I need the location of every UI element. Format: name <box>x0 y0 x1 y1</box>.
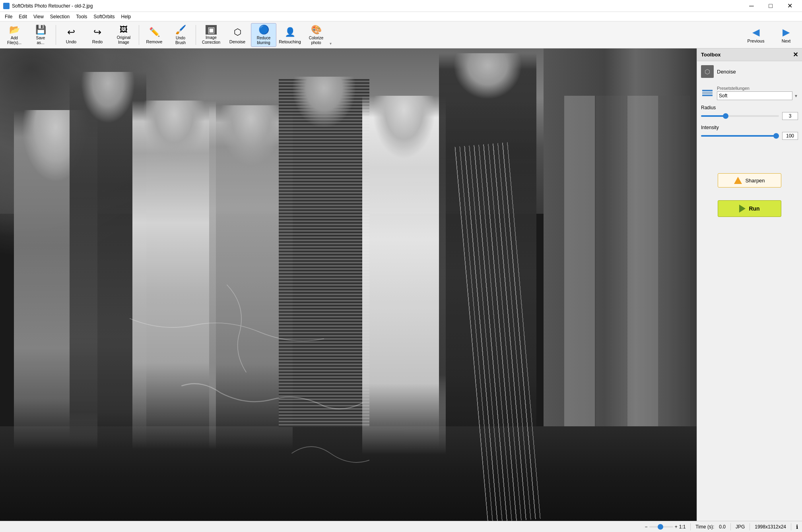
toolbar-sep-2 <box>139 25 139 45</box>
menu-softorbits[interactable]: SoftOrbits <box>90 13 118 20</box>
photo-container <box>0 48 697 521</box>
nav-buttons: ◀ Previous ▶ Next <box>742 23 800 47</box>
menu-tools[interactable]: Tools <box>73 13 90 20</box>
menu-selection[interactable]: Selection <box>47 13 73 20</box>
zoom-plus-btn[interactable]: + <box>675 524 678 530</box>
maximize-button[interactable]: □ <box>761 0 780 12</box>
intensity-slider[interactable] <box>701 135 779 137</box>
toolbox-panel: Toolbox ✕ ⬡ Denoise Presetstellungen <box>697 48 802 521</box>
tool-undo-brush[interactable]: 🖌️ UndoBrush <box>168 23 193 47</box>
intensity-slider-row: Intensity <box>701 125 798 140</box>
minimize-button[interactable]: ─ <box>742 0 761 12</box>
presets-title: Presetstellungen <box>717 86 798 91</box>
toolbar-sep-3 <box>196 25 196 45</box>
tool-add-files[interactable]: 📂 AddFile(s)... <box>2 23 27 47</box>
next-label: Next <box>782 39 791 43</box>
radius-slider[interactable] <box>701 115 779 117</box>
previous-button[interactable]: ◀ Previous <box>742 23 770 47</box>
intensity-value-input[interactable] <box>782 132 798 140</box>
add-files-icon: 📂 <box>8 25 21 35</box>
tool-image-correction-label: ImageCorrection <box>202 35 220 45</box>
undo-brush-icon: 🖌️ <box>174 25 187 35</box>
tool-add-files-label: AddFile(s)... <box>7 36 21 45</box>
colorize-photo-icon: 🎨 <box>310 25 322 35</box>
time-value: 0.0 <box>719 524 726 530</box>
menu-bar: File Edit View Selection Tools SoftOrbit… <box>0 12 802 21</box>
toolbar-expand-icon[interactable]: ▾ <box>330 41 332 47</box>
tool-save-as[interactable]: 💾 Saveas... <box>28 23 53 47</box>
tool-reduce-blurring[interactable]: 🔵 Reduceblurring <box>251 23 276 47</box>
preset-stripe-3 <box>702 95 713 96</box>
sharpen-label: Sharpen <box>745 178 765 184</box>
window-title: SoftOrbits Photo Retoucher - old-2.jpg <box>12 3 93 9</box>
menu-edit[interactable]: Edit <box>16 13 30 20</box>
tool-undo-brush-label: UndoBrush <box>175 36 186 45</box>
redo-icon: ↪ <box>91 26 104 39</box>
app-icon <box>3 3 10 9</box>
tool-colorize-photo[interactable]: 🎨 Colorizephoto <box>303 23 329 47</box>
denoise-section-title: Denoise <box>717 69 736 75</box>
title-bar-left: SoftOrbits Photo Retoucher - old-2.jpg <box>3 3 93 9</box>
toolbox-close-button[interactable]: ✕ <box>793 51 798 58</box>
denoise-icon: ⬡ <box>231 26 244 39</box>
run-button[interactable]: Run <box>718 200 781 217</box>
status-sep-2 <box>730 523 731 530</box>
image-area <box>0 48 697 521</box>
tool-undo-label: Undo <box>66 39 76 44</box>
toolbar: 📂 AddFile(s)... 💾 Saveas... ↩ Undo ↪ Red… <box>0 21 802 48</box>
retouching-icon: 👤 <box>284 26 296 39</box>
tool-original-image-label: OriginalImage <box>117 35 130 45</box>
denoise-tool-icon: ⬡ <box>701 65 714 78</box>
tool-retouching-label: Retouching <box>279 39 301 44</box>
spacer-2 <box>701 192 798 195</box>
tool-redo[interactable]: ↪ Redo <box>85 23 110 47</box>
remove-icon: ✏️ <box>148 26 161 39</box>
toolbox-body: ⬡ Denoise Presetstellungen Soft Medium <box>697 61 802 221</box>
tool-colorize-photo-label: Colorizephoto <box>309 36 324 45</box>
next-button[interactable]: ▶ Next <box>772 23 800 47</box>
tool-original-image[interactable]: 🖼 OriginalImage <box>111 23 136 47</box>
tool-denoise-label: Denoise <box>229 39 245 44</box>
radius-label: Radius <box>701 105 798 110</box>
zoom-control: − + 1:1 <box>645 524 686 530</box>
tool-remove[interactable]: ✏️ Remove <box>142 23 167 47</box>
tool-undo[interactable]: ↩ Undo <box>58 23 84 47</box>
tool-remove-label: Remove <box>146 39 163 44</box>
spacer <box>701 145 798 168</box>
menu-view[interactable]: View <box>30 13 47 20</box>
sharpen-icon <box>734 177 742 184</box>
time-label: Time (s): <box>695 524 714 530</box>
intensity-label: Intensity <box>701 125 798 130</box>
sharpen-button[interactable]: Sharpen <box>718 173 781 188</box>
undo-icon: ↩ <box>65 26 78 39</box>
reduce-blurring-icon: 🔵 <box>257 25 270 35</box>
main-area: Toolbox ✕ ⬡ Denoise Presetstellungen <box>0 48 802 521</box>
menu-file[interactable]: File <box>2 13 16 20</box>
zoom-slider[interactable] <box>649 526 673 528</box>
tool-retouching[interactable]: 👤 Retouching <box>277 23 303 47</box>
zoom-value: 1:1 <box>679 524 686 530</box>
info-icon[interactable]: ℹ <box>796 524 798 530</box>
preset-stripe-2 <box>702 92 713 94</box>
preset-stripe-1 <box>702 90 713 91</box>
radius-slider-control <box>701 112 798 120</box>
image-correction-icon: ▣ <box>206 25 217 35</box>
toolbox-title: Toolbox <box>701 52 721 58</box>
menu-help[interactable]: Help <box>118 13 134 20</box>
radius-value-input[interactable] <box>782 112 798 120</box>
image-dimensions: 1998x1312x24 <box>755 524 786 530</box>
original-image-icon: 🖼 <box>117 25 130 35</box>
title-bar: SoftOrbits Photo Retoucher - old-2.jpg ─… <box>0 0 802 12</box>
tool-redo-label: Redo <box>92 39 103 44</box>
tool-denoise[interactable]: ⬡ Denoise <box>225 23 250 47</box>
tool-image-correction[interactable]: ▣ ImageCorrection <box>198 23 224 47</box>
status-sep-3 <box>750 523 750 530</box>
zoom-minus-btn[interactable]: − <box>645 524 648 530</box>
close-button[interactable]: ✕ <box>781 0 799 12</box>
toolbox-header: Toolbox ✕ <box>697 48 802 61</box>
tool-reduce-blurring-label: Reduceblurring <box>257 36 270 45</box>
previous-icon: ◀ <box>752 27 759 38</box>
image-format: JPG <box>736 524 745 530</box>
preset-select[interactable]: Soft Medium Strong Custom <box>717 91 792 100</box>
save-as-icon: 💾 <box>34 25 47 35</box>
